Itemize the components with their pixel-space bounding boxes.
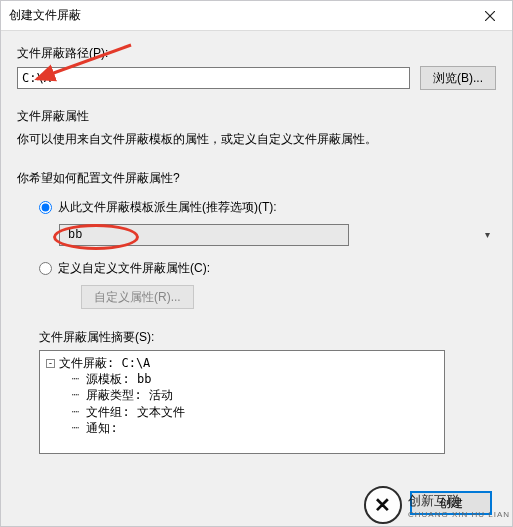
- radio-custom[interactable]: [39, 262, 52, 275]
- radio-custom-label: 定义自定义文件屏蔽属性(C):: [58, 260, 210, 277]
- close-icon: [485, 11, 495, 21]
- browse-button[interactable]: 浏览(B)...: [420, 66, 496, 90]
- summary-item: 文件组: 文本文件: [86, 405, 184, 419]
- watermark-brand: 创新互联: [408, 492, 510, 510]
- dialog-content: 文件屏蔽路径(P): 浏览(B)... 文件屏蔽属性 你可以使用来自文件屏蔽模板…: [1, 31, 512, 454]
- watermark-sub: CHUANG XIN HU LIAN: [408, 510, 510, 519]
- path-input[interactable]: [17, 67, 410, 89]
- radio-template[interactable]: [39, 201, 52, 214]
- titlebar: 创建文件屏蔽: [1, 1, 512, 31]
- summary-root: 文件屏蔽: C:\A: [59, 356, 150, 370]
- properties-heading: 文件屏蔽属性: [17, 108, 496, 125]
- close-button[interactable]: [467, 1, 512, 31]
- config-question: 你希望如何配置文件屏蔽属性?: [17, 170, 496, 187]
- summary-box[interactable]: -文件屏蔽: C:\A ┈ 源模板: bb ┈ 屏蔽类型: 活动 ┈ 文件组: …: [39, 350, 445, 454]
- watermark: ✕ 创新互联 CHUANG XIN HU LIAN: [364, 486, 510, 524]
- template-dropdown[interactable]: bb: [59, 224, 349, 246]
- properties-description: 你可以使用来自文件屏蔽模板的属性，或定义自定义文件屏蔽属性。: [17, 131, 496, 148]
- tree-collapse-icon[interactable]: -: [46, 359, 55, 368]
- summary-item: 源模板: bb: [86, 372, 151, 386]
- window-title: 创建文件屏蔽: [1, 7, 81, 24]
- chevron-down-icon: ▾: [485, 229, 490, 240]
- watermark-logo-icon: ✕: [364, 486, 402, 524]
- radio-template-label: 从此文件屏蔽模板派生属性(推荐选项)(T):: [58, 199, 277, 216]
- path-label: 文件屏蔽路径(P):: [17, 45, 496, 62]
- custom-properties-button: 自定义属性(R)...: [81, 285, 194, 309]
- summary-label: 文件屏蔽属性摘要(S):: [39, 329, 496, 346]
- summary-item: 通知:: [86, 421, 117, 435]
- summary-item: 屏蔽类型: 活动: [86, 388, 172, 402]
- dialog-window: 创建文件屏蔽 文件屏蔽路径(P): 浏览(B)... 文件屏蔽属性 你可以使用来…: [0, 0, 513, 527]
